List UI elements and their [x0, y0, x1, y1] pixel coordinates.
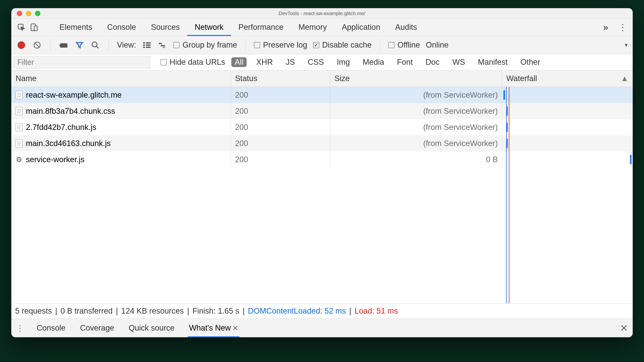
col-name[interactable]: Name	[12, 70, 231, 87]
request-waterfall	[502, 87, 632, 103]
svg-rect-4	[60, 43, 68, 48]
titlebar: DevTools - react-sw-example.glitch.me/	[12, 8, 632, 19]
request-name: service-worker.js	[26, 155, 84, 164]
waterfall-bar	[504, 90, 505, 100]
status-requests: 5 requests	[15, 307, 52, 316]
filter-type-font[interactable]: Font	[394, 57, 416, 67]
preserve-log-label: Preserve log	[263, 40, 307, 49]
request-size: (from ServiceWorker)	[330, 119, 502, 135]
window-controls	[12, 11, 40, 16]
hide-data-urls-label: Hide data URLs	[170, 58, 225, 67]
drawer-kebab-icon[interactable]: ⋮	[16, 323, 24, 333]
col-status[interactable]: Status	[231, 70, 330, 87]
sort-asc-icon: ▲	[620, 74, 628, 83]
file-icon	[16, 123, 22, 131]
close-tab-icon[interactable]: ✕	[232, 324, 238, 332]
filter-type-xhr[interactable]: XHR	[253, 57, 276, 67]
drawer-tab-what-s-new[interactable]: What's New✕	[189, 319, 238, 337]
throttling-dropdown-icon[interactable]: ▾	[625, 42, 628, 48]
close-window-button[interactable]	[17, 11, 22, 16]
request-status: 200	[231, 135, 330, 152]
settings-kebab-icon[interactable]: ⋮	[617, 22, 628, 33]
filter-type-doc[interactable]: Doc	[422, 57, 443, 67]
network-table-body: react-sw-example.glitch.me200(from Servi…	[12, 87, 632, 303]
maximize-window-button[interactable]	[35, 11, 40, 16]
filter-icon[interactable]	[74, 40, 84, 50]
filter-type-other[interactable]: Other	[517, 57, 544, 67]
overview-icon[interactable]	[158, 40, 168, 50]
drawer-tab-coverage[interactable]: Coverage	[80, 319, 114, 337]
filter-type-manifest[interactable]: Manifest	[474, 57, 511, 67]
tab-sources[interactable]: Sources	[144, 19, 187, 36]
filter-type-js[interactable]: JS	[282, 57, 298, 67]
filter-type-ws[interactable]: WS	[449, 57, 468, 67]
request-status: 200	[231, 103, 330, 119]
window-title: DevTools - react-sw-example.glitch.me/	[12, 10, 632, 16]
drawer-tabs: ⋮ ConsoleCoverageQuick sourceWhat's New✕…	[12, 319, 632, 337]
request-status: 200	[231, 152, 330, 168]
minimize-window-button[interactable]	[26, 11, 31, 16]
waterfall-bar	[506, 106, 508, 116]
tab-network[interactable]: Network	[187, 19, 231, 36]
tab-console[interactable]: Console	[100, 19, 143, 36]
record-button[interactable]	[16, 40, 26, 50]
preserve-log-checkbox[interactable]: Preserve log	[254, 40, 307, 49]
clear-button[interactable]	[32, 40, 42, 50]
svg-rect-9	[143, 44, 145, 46]
svg-rect-7	[143, 42, 145, 43]
table-row[interactable]: ⚙service-worker.js2000 B	[12, 152, 632, 168]
tab-application[interactable]: Application	[334, 19, 388, 36]
filter-type-css[interactable]: CSS	[304, 57, 327, 67]
hide-data-urls-checkbox[interactable]: Hide data URLs	[160, 58, 225, 67]
file-icon	[16, 91, 22, 99]
col-size[interactable]: Size	[330, 70, 502, 87]
svg-rect-13	[159, 43, 162, 44]
filter-input[interactable]	[14, 56, 150, 68]
status-finish: Finish: 1.65 s	[192, 307, 239, 316]
request-size: (from ServiceWorker)	[330, 103, 502, 119]
request-name: main.8fb3a7b4.chunk.css	[26, 107, 115, 116]
table-row[interactable]: main.3cd46163.chunk.js200(from ServiceWo…	[12, 135, 632, 152]
throttling-select[interactable]: Online	[426, 40, 448, 49]
drawer-tab-console[interactable]: Console	[37, 319, 66, 337]
table-row[interactable]: main.8fb3a7b4.chunk.css200(from ServiceW…	[12, 103, 632, 119]
gear-icon: ⚙	[16, 155, 22, 164]
tab-elements[interactable]: Elements	[52, 19, 100, 36]
search-icon[interactable]	[90, 40, 100, 50]
tab-memory[interactable]: Memory	[291, 19, 334, 36]
device-toolbar-icon[interactable]	[29, 22, 40, 33]
table-row[interactable]: 2.7fdd42b7.chunk.js200(from ServiceWorke…	[12, 119, 632, 135]
drawer-tab-quick-source[interactable]: Quick source	[128, 319, 174, 337]
svg-rect-12	[146, 46, 151, 48]
request-waterfall	[502, 152, 632, 168]
filter-type-all[interactable]: All	[231, 57, 247, 67]
group-by-frame-checkbox[interactable]: Group by frame	[173, 40, 237, 49]
status-dcl: DOMContentLoaded: 52 ms	[248, 307, 346, 316]
request-waterfall	[502, 119, 632, 135]
tab-audits[interactable]: Audits	[388, 19, 424, 36]
file-icon	[16, 139, 22, 148]
request-size: (from ServiceWorker)	[330, 135, 502, 152]
view-label: View:	[117, 40, 136, 49]
col-waterfall[interactable]: Waterfall ▲	[502, 70, 632, 87]
disable-cache-checkbox[interactable]: Disable cache	[313, 40, 372, 49]
svg-rect-15	[162, 47, 165, 48]
network-toolbar: View: Group by frame Prese	[12, 36, 632, 54]
inspect-element-icon[interactable]	[16, 22, 27, 33]
request-name: main.3cd46163.chunk.js	[26, 139, 111, 148]
close-drawer-icon[interactable]: ✕	[620, 323, 628, 334]
filter-type-media[interactable]: Media	[360, 57, 388, 67]
capture-screenshot-icon[interactable]	[59, 40, 69, 50]
svg-rect-10	[146, 44, 151, 46]
more-tabs-icon[interactable]: »	[600, 22, 611, 33]
large-rows-icon[interactable]	[142, 40, 152, 50]
table-row[interactable]: react-sw-example.glitch.me200(from Servi…	[12, 87, 632, 103]
tab-performance[interactable]: Performance	[231, 19, 291, 36]
filter-bar: Hide data URLs AllXHRJSCSSImgMediaFontDo…	[12, 54, 632, 70]
panel-tabs: ElementsConsoleSourcesNetworkPerformance…	[12, 19, 632, 36]
devtools-window: DevTools - react-sw-example.glitch.me/ E…	[12, 8, 632, 337]
svg-rect-11	[143, 46, 145, 48]
filter-type-img[interactable]: Img	[334, 57, 353, 67]
offline-checkbox[interactable]: Offline	[388, 40, 420, 49]
request-name: react-sw-example.glitch.me	[26, 91, 122, 100]
